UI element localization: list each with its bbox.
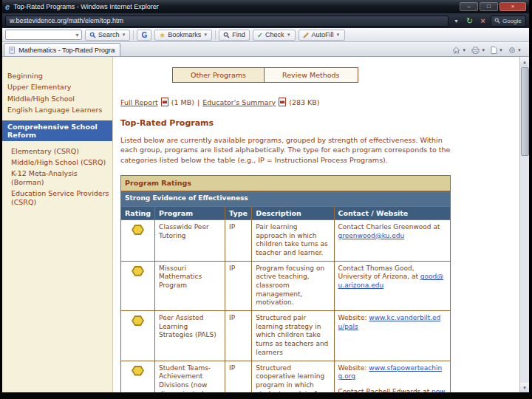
sidebar-item-upper-elementary[interactable]: Upper Elementary [2,81,112,92]
chevron-down-icon: ▼ [203,33,208,37]
content-nav-tabs: Other Programs Review Methods [172,67,515,83]
page-viewport: Beginning Upper Elementary Middle/High S… [2,57,529,392]
address-bar-row: w.bestevidence.org/math/elem/top.htm ▼ ↻… [2,13,529,28]
chevron-down-icon: ▼ [122,33,126,37]
chevron-down-icon: ▼ [462,48,466,52]
autofill-button[interactable]: AutoFill ▼ [299,30,345,41]
sidebar-item-elementary-csrq[interactable]: Elementary (CSRQ) [2,146,112,157]
window-controls: – □ × [460,2,526,11]
program-ratings-table: Program Ratings Strong Evidence of Effec… [120,175,451,392]
search-icon [89,32,96,38]
rating-cell [121,219,155,261]
chevron-down-icon: ▼ [287,33,291,37]
address-input[interactable]: w.bestevidence.org/math/elem/top.htm [5,16,449,27]
chevron-down-icon: ▼ [336,33,341,37]
command-bar: ▼ ▼ ▼ ▼ [452,47,529,56]
browser-window: e Top-Rated Programs - Windows Internet … [2,0,529,392]
home-icon [452,47,460,54]
check-button[interactable]: ✓ Check ▼ [253,30,296,41]
scroll-up-icon[interactable]: ▲ [520,57,530,66]
taskbar[interactable] [0,392,532,399]
page-icon [491,47,497,54]
sidebar-item-beginning[interactable]: Beginning [2,70,112,81]
type-cell: IP [225,311,252,361]
autofill-label: AutoFill [312,31,334,38]
table-header-row: Rating Program Type Description Contact … [121,206,451,219]
toolbar-search-button[interactable]: Search ▼ [85,30,130,41]
chevron-down-icon: ▼ [481,48,485,52]
column-header-type: Type [225,206,252,219]
type-cell: IP [225,219,252,261]
maximize-button[interactable]: □ [480,2,498,11]
sidebar: Beginning Upper Elementary Middle/High S… [2,57,113,392]
program-cell: Classwide Peer Tutoring [155,219,225,261]
column-header-contact: Contact / Website [334,206,450,219]
sidebar-item-comprehensive-school-reform[interactable]: Comprehensive School Reform [2,120,112,141]
contact-text: Website: [338,364,369,372]
sidebar-item-k12-meta-analysis[interactable]: K-12 Meta-Analysis (Borman) [2,168,112,188]
address-dropdown-icon[interactable]: ▼ [451,16,462,27]
tab-bar: Mathematics - Top-Rated Programs ▼ ▼ ▼ [2,42,529,57]
pencil-icon [303,32,310,38]
home-button[interactable]: ▼ [452,47,466,54]
screen: e Top-Rated Programs - Windows Internet … [0,0,532,399]
sidebar-item-english-language-learners[interactable]: English Language Learners [2,104,112,115]
vertical-scrollbar[interactable]: ▲ ▼ [519,57,529,392]
intro-paragraph: Listed below are currently available pro… [120,135,459,165]
contact-text: Contact Thomas Good, University of Arizo… [338,265,420,281]
sidebar-item-middle-high-school-csrq[interactable]: Middle/High School (CSRQ) [2,157,112,168]
sidebar-item-middle-high-school[interactable]: Middle/High School [2,93,112,104]
tab-review-methods[interactable]: Review Methods [264,67,358,83]
contact-cell: Contact Charles Greenwood at greenwood@k… [334,219,450,261]
column-header-program: Program [155,206,225,219]
contact-text: Website: [338,314,369,321]
scroll-down-icon[interactable]: ▼ [520,383,530,392]
minimize-button[interactable]: – [460,2,478,11]
window-title: Top-Rated Programs - Windows Internet Ex… [13,3,159,10]
gear-icon [508,47,516,54]
table-section-header: Strong Evidence of Effectiveness [121,191,451,207]
search-icon [494,18,500,24]
description-cell: Structured pair learning strategy in whi… [252,311,334,361]
tab-label: Mathematics - Top-Rated Programs [18,47,115,54]
find-button[interactable]: Find [219,30,250,41]
rating-hexagon-icon [132,225,144,235]
find-label: Find [232,31,245,38]
check-icon: ✓ [257,31,263,39]
table-row: Student Teams-Achievement Divisions (now… [121,361,451,392]
contact-link[interactable]: greenwood@ku.edu [338,232,405,239]
column-header-rating: Rating [121,206,155,219]
table-row: Missouri Mathematics Program IP Program … [121,261,451,310]
program-cell: Student Teams-Achievement Divisions (now… [155,361,225,392]
toolbar-separator [133,30,134,40]
chevron-down-icon: ▼ [75,33,80,38]
main-content: Other Programs Review Methods Full Repor… [113,57,519,392]
print-button[interactable]: ▼ [471,47,485,54]
column-header-description: Description [252,206,334,219]
tab-mathematics-top-rated-programs[interactable]: Mathematics - Top-Rated Programs [4,43,120,56]
bookmarks-button[interactable]: ★ Bookmarks ▼ [154,30,212,41]
check-label: Check [265,31,284,38]
page-button[interactable]: ▼ [491,47,503,54]
program-cell: Missouri Mathematics Program [155,261,225,310]
stop-icon[interactable]: × [477,16,488,27]
google-logo-button[interactable]: G [137,30,151,41]
description-cell: Structured cooperative learning program … [252,361,334,392]
full-report-link[interactable]: Full Report [120,98,158,106]
title-bar: e Top-Rated Programs - Windows Internet … [2,0,529,13]
refresh-icon[interactable]: ↻ [464,16,475,27]
sidebar-item-education-service-providers[interactable]: Education Service Providers (CSRQ) [2,188,112,208]
description-cell: Pair learning approach in which children… [252,219,334,261]
educators-summary-link[interactable]: Educator's Summary [202,98,276,106]
scrollbar-thumb[interactable] [521,67,529,156]
printer-icon [471,47,480,54]
contact-cell: Website: www.kc.vanderbilt.edu/pals [334,311,450,361]
tab-other-programs[interactable]: Other Programs [172,67,265,83]
chevron-down-icon: ▼ [499,48,503,52]
toolbar-search-combo[interactable]: ▼ [5,30,82,40]
tools-button[interactable]: ▼ [508,47,522,54]
close-button[interactable]: × [499,2,526,11]
educators-summary-size: (283 KB) [289,98,319,106]
search-input[interactable]: Google [491,16,526,27]
search-placeholder: Google [502,18,522,24]
